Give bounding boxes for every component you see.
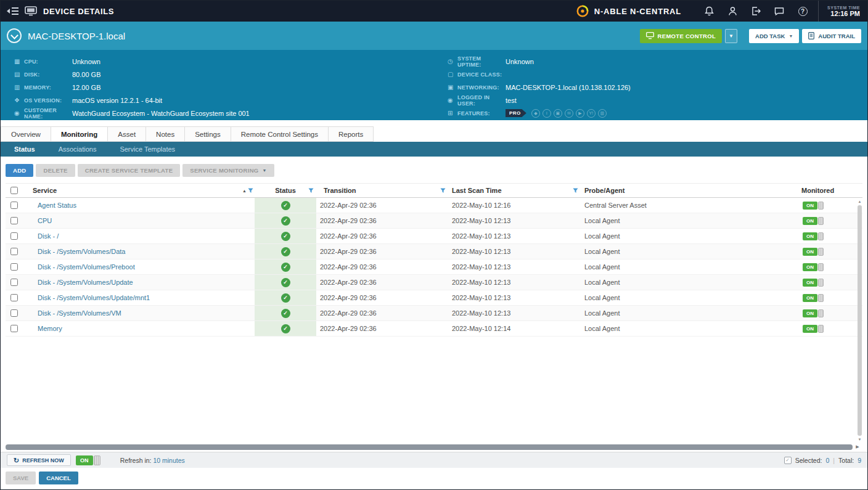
info-row: ⊞FEATURES:PRO◆i▣✉▶Y!▥ bbox=[448, 107, 867, 120]
row-select-cell bbox=[6, 213, 28, 228]
service-table: Service ▲ Status Transition bbox=[6, 183, 862, 443]
monitored-toggle[interactable]: ON bbox=[803, 248, 824, 256]
device-actions: REMOTE CONTROL ▼ ADD TASK ▼ AUDIT TRAIL bbox=[640, 29, 861, 43]
filter-icon[interactable] bbox=[308, 188, 314, 194]
service-link[interactable]: Memory bbox=[38, 325, 62, 332]
tab-asset[interactable]: Asset bbox=[108, 126, 146, 142]
delete-button[interactable]: DELETE bbox=[36, 164, 75, 177]
monitored-cell: ON bbox=[798, 321, 862, 336]
info-right: ◷SYSTEM UPTIME:Unknown▢DEVICE CLASS:▣NET… bbox=[434, 54, 867, 114]
row-checkbox[interactable] bbox=[10, 309, 18, 317]
refresh-interval-link[interactable]: 10 minutes bbox=[153, 457, 184, 464]
notifications-bell-icon[interactable] bbox=[697, 1, 721, 22]
chart-icon: ▥ bbox=[598, 109, 607, 118]
create-service-template-button[interactable]: CREATE SERVICE TEMPLATE bbox=[78, 164, 181, 177]
select-all-checkbox[interactable] bbox=[10, 187, 18, 194]
scroll-down-icon[interactable]: ▼ bbox=[858, 437, 862, 442]
column-header-probe-agent[interactable]: Probe/Agent bbox=[581, 184, 798, 197]
monitored-toggle[interactable]: ON bbox=[803, 309, 824, 317]
play-icon: ▶ bbox=[576, 109, 584, 118]
service-link[interactable]: CPU bbox=[38, 217, 52, 224]
row-checkbox[interactable] bbox=[10, 279, 18, 286]
row-checkbox[interactable] bbox=[10, 202, 18, 209]
toggle-knob bbox=[818, 217, 824, 225]
monitored-toggle[interactable]: ON bbox=[803, 294, 824, 302]
auto-refresh-toggle[interactable]: ON bbox=[76, 455, 100, 465]
chat-icon[interactable] bbox=[768, 1, 791, 22]
toggle-knob bbox=[818, 279, 824, 287]
sidebar-collapse-icon[interactable] bbox=[7, 7, 18, 15]
refresh-now-button[interactable]: ↻ REFRESH NOW bbox=[7, 454, 71, 466]
row-checkbox[interactable] bbox=[10, 294, 18, 301]
remote-control-button[interactable]: REMOTE CONTROL bbox=[640, 29, 722, 43]
monitored-toggle[interactable]: ON bbox=[803, 279, 824, 287]
last-scan-time-cell: 2022-May-10 12:13 bbox=[448, 306, 581, 321]
filter-icon[interactable] bbox=[248, 188, 253, 194]
subtab-status[interactable]: Status bbox=[14, 145, 35, 153]
tab-remote-control-settings[interactable]: Remote Control Settings bbox=[231, 126, 329, 142]
last-scan-header-label: Last Scan Time bbox=[452, 187, 502, 194]
service-link[interactable]: Disk - /System/Volumes/Preboot bbox=[38, 263, 135, 271]
service-link[interactable]: Disk - /System/Volumes/VM bbox=[38, 309, 121, 317]
status-cell: ✓ bbox=[255, 275, 316, 290]
service-link[interactable]: Disk - /System/Volumes/Update/mnt1 bbox=[38, 294, 150, 301]
horizontal-scroll-thumb[interactable] bbox=[6, 444, 853, 450]
cancel-button[interactable]: CANCEL bbox=[39, 472, 78, 484]
horizontal-scrollbar[interactable]: ▶ bbox=[6, 443, 862, 451]
row-checkbox[interactable] bbox=[10, 248, 18, 255]
tab-monitoring[interactable]: Monitoring bbox=[51, 126, 108, 142]
status-band: ✓ bbox=[255, 306, 316, 321]
transition-cell: 2022-Apr-29 02:36 bbox=[316, 306, 448, 321]
add-task-button[interactable]: ADD TASK ▼ bbox=[749, 29, 799, 43]
transition-cell: 2022-Apr-29 02:36 bbox=[316, 321, 448, 336]
column-header-status[interactable]: Status bbox=[255, 184, 316, 197]
audit-trail-button[interactable]: AUDIT TRAIL bbox=[802, 29, 861, 43]
column-header-last-scan-time[interactable]: Last Scan Time bbox=[448, 184, 581, 197]
monitored-toggle[interactable]: ON bbox=[803, 232, 824, 240]
row-checkbox[interactable] bbox=[10, 232, 18, 240]
info-row: ❖OS VERSION:macOS version 12.2.1 - 64-bi… bbox=[14, 94, 434, 107]
vertical-scroll-thumb[interactable] bbox=[858, 205, 862, 436]
filter-icon[interactable] bbox=[573, 188, 578, 194]
row-checkbox[interactable] bbox=[10, 217, 18, 224]
remote-control-dropdown[interactable]: ▼ bbox=[725, 29, 737, 43]
chevron-down-icon: ▼ bbox=[788, 34, 793, 38]
collapse-device-panel-icon[interactable] bbox=[7, 28, 22, 43]
add-button[interactable]: ADD bbox=[6, 164, 33, 177]
service-link[interactable]: Disk - / bbox=[38, 232, 59, 240]
row-select-cell bbox=[6, 198, 28, 213]
tab-notes[interactable]: Notes bbox=[146, 126, 185, 142]
tab-reports[interactable]: Reports bbox=[329, 126, 374, 142]
user-account-icon[interactable] bbox=[721, 1, 744, 22]
probe-agent-cell: Local Agent bbox=[581, 306, 798, 321]
subtab-service-templates[interactable]: Service Templates bbox=[120, 145, 175, 153]
vertical-scrollbar[interactable]: ▲ ▼ bbox=[857, 199, 862, 442]
networking-icon: ▣ bbox=[448, 84, 457, 91]
save-button[interactable]: SAVE bbox=[6, 472, 36, 484]
help-icon[interactable]: ? bbox=[791, 1, 814, 22]
column-header-transition[interactable]: Transition bbox=[316, 184, 448, 197]
row-checkbox[interactable] bbox=[10, 263, 18, 271]
info-icon: i bbox=[542, 109, 551, 118]
monitored-toggle[interactable]: ON bbox=[803, 325, 824, 333]
monitored-toggle[interactable]: ON bbox=[803, 202, 824, 210]
service-link[interactable]: Disk - /System/Volumes/Update bbox=[38, 279, 133, 286]
service-link[interactable]: Agent Status bbox=[38, 202, 76, 209]
filter-icon[interactable] bbox=[440, 188, 446, 194]
row-checkbox[interactable] bbox=[10, 325, 18, 332]
tab-settings[interactable]: Settings bbox=[185, 126, 231, 142]
service-monitoring-button[interactable]: SERVICE MONITORING ▼ bbox=[182, 164, 274, 177]
device-name: MAC-DESKTOP-1.local bbox=[28, 31, 125, 41]
system-time: SYSTEM TIME 12:16 PM bbox=[818, 1, 867, 22]
logout-icon[interactable] bbox=[744, 1, 768, 22]
monitored-cell: ON bbox=[798, 198, 862, 213]
sort-asc-icon[interactable]: ▲ bbox=[242, 189, 247, 193]
scroll-right-icon[interactable]: ▶ bbox=[853, 444, 862, 449]
monitored-toggle[interactable]: ON bbox=[803, 217, 824, 225]
scroll-up-icon[interactable]: ▲ bbox=[858, 199, 862, 204]
subtab-associations[interactable]: Associations bbox=[59, 145, 97, 153]
service-link[interactable]: Disk - /System/Volumes/Data bbox=[38, 248, 125, 255]
column-header-service[interactable]: Service ▲ bbox=[28, 184, 255, 197]
monitored-toggle[interactable]: ON bbox=[803, 263, 824, 271]
tab-overview[interactable]: Overview bbox=[1, 126, 51, 142]
